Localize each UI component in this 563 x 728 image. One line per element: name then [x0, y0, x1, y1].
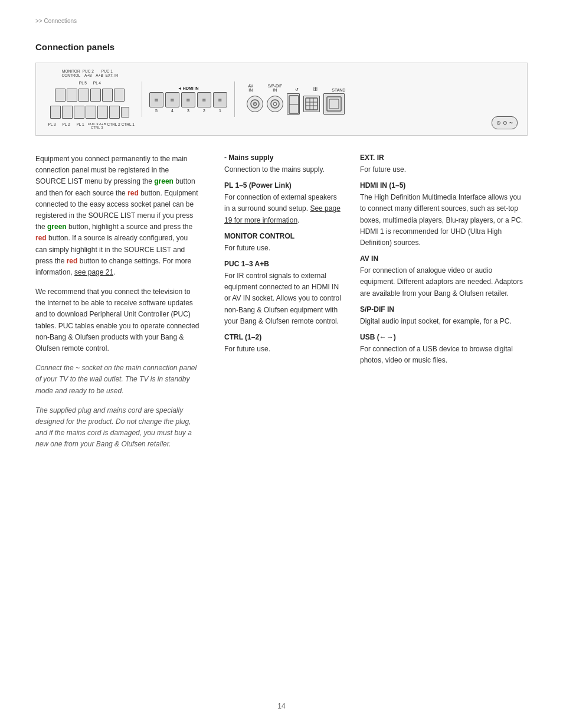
hdmi-section: ◄ HDMI IN ▤ ▤ ▤ ▤ ▤ 5 4 3 2 1	[149, 86, 227, 113]
spdif-body: Digital audio input socket, for example,…	[360, 316, 528, 327]
ctrl-body: For future use.	[224, 344, 342, 355]
av-body: For connection of analogue video or audi…	[360, 265, 528, 299]
hdmi-num-2: 2	[197, 109, 211, 113]
hdmi-port-1: ▤	[213, 92, 227, 107]
spdif-icon	[267, 96, 283, 112]
left-column: Equipment you connect permanently to the…	[35, 154, 201, 459]
term-pl: PL 1–5 (Power Link) For connection of ex…	[224, 181, 342, 226]
port-puc2	[90, 89, 101, 102]
pl-heading: PL 1–5 (Power Link)	[224, 181, 342, 190]
right-panel-icons	[247, 93, 345, 115]
usb-heading: USB (←→)	[360, 333, 528, 341]
connection-diagram: MONITORCONTROL PUC 2A+B PUC 1A+B EXT. IR…	[35, 63, 528, 136]
port-ctrl2	[109, 106, 120, 119]
stand-icon	[323, 93, 345, 115]
term-hdmi: HDMI IN (1–5) The High Definition Multim…	[360, 181, 528, 249]
right-columns: - Mains supply Connection to the mains s…	[224, 154, 528, 459]
hdmi-num-3: 3	[181, 109, 195, 113]
right-panel: AVIN S/P-DIFIN ↺ 昍 STAND	[242, 84, 349, 115]
port-puc1	[102, 89, 113, 102]
hdmi-ports: ▤ ▤ ▤ ▤ ▤	[149, 92, 227, 107]
port-monitor-ctrl	[78, 89, 89, 102]
right-col-1: - Mains supply Connection to the mains s…	[224, 154, 342, 372]
network-icon	[303, 96, 320, 112]
hdmi-label: ◄ HDMI IN	[178, 86, 199, 90]
term-av: AV IN For connection of analogue video o…	[360, 254, 528, 299]
intro-paragraph: Equipment you connect permanently to the…	[35, 154, 201, 278]
puc1-label: PUC 1A+B EXT. IR	[96, 69, 118, 77]
top-labels: MONITORCONTROL PUC 2A+B PUC 1A+B EXT. IR	[61, 69, 118, 77]
mains-icon: ⊙⊙~	[492, 116, 518, 129]
hdmi-num-1: 1	[213, 109, 227, 113]
ext-ir-heading: EXT. IR	[360, 154, 528, 162]
hdmi-port-2: ▤	[197, 92, 211, 107]
divider2	[234, 81, 235, 117]
left-panel-group: MONITORCONTROL PUC 2A+B PUC 1A+B EXT. IR…	[45, 69, 135, 129]
hdmi-nums: 5 4 3 2 1	[149, 109, 227, 113]
monitor-body: For future use.	[224, 243, 342, 254]
network-label-top: 昍	[308, 86, 323, 92]
breadcrumb: >> Connections	[35, 18, 528, 24]
port-pl4	[67, 89, 77, 102]
svg-rect-13	[329, 99, 339, 109]
mains-note: Connect the ~ socket on the main connect…	[35, 363, 201, 397]
usb-icon	[287, 93, 300, 115]
puc2-label: PUC 2A+B	[81, 69, 94, 77]
hdmi-body: The High Definition Multimedia Interface…	[360, 192, 528, 249]
port-ctrl3	[97, 106, 108, 119]
port-puc3	[86, 106, 96, 119]
stand-label-top: STAND	[328, 88, 349, 92]
svg-point-3	[271, 100, 279, 108]
pl-body: For connection of external speakers in a…	[224, 192, 342, 226]
av-in-icon	[247, 96, 263, 112]
port-pl5	[55, 89, 66, 102]
usb-body: For connection of a USB device to browse…	[360, 344, 528, 366]
right-col-2: EXT. IR For future use. HDMI IN (1–5) Th…	[360, 154, 528, 372]
port-pl3	[50, 106, 61, 119]
top-row-labels: PL 5 PL 4	[76, 81, 103, 85]
puc-body: For IR control signals to external equip…	[224, 270, 342, 327]
pl5-label: PL 5	[76, 81, 89, 85]
pl1-label-b: PL 1	[74, 122, 87, 129]
ctrl1-label-b: CTRL 1	[122, 122, 135, 129]
pl4-label: PL 4	[90, 81, 103, 85]
mains-heading: - Mains supply	[224, 154, 342, 162]
svg-point-4	[273, 102, 277, 106]
spdif-heading: S/P-DIF IN	[360, 305, 528, 314]
ctrl-heading: CTRL (1–2)	[224, 333, 342, 341]
pl2-label-b: PL 2	[60, 122, 73, 129]
monitor-heading: MONITOR CONTROL	[224, 232, 342, 240]
hdmi-num-5: 5	[149, 109, 163, 113]
green-text-1: green	[154, 177, 174, 185]
page-number: 14	[0, 702, 563, 710]
hdmi-heading: HDMI IN (1–5)	[360, 181, 528, 190]
section-title: Connection panels	[35, 42, 528, 52]
term-spdif: S/P-DIF IN Digital audio input socket, f…	[360, 305, 528, 327]
svg-rect-7	[306, 98, 317, 110]
pl3-label-b: PL 3	[45, 122, 58, 129]
right-columns-inner: - Mains supply Connection to the mains s…	[224, 154, 528, 372]
port-pl1	[74, 106, 84, 119]
hdmi-num-4: 4	[165, 109, 179, 113]
mains-body: Connection to the mains supply.	[224, 164, 342, 175]
red-text-2: red	[35, 234, 47, 242]
content-area: Equipment you connect permanently to the…	[35, 154, 528, 459]
plug-note: The supplied plug and mains cord are spe…	[35, 405, 201, 450]
puc-heading: PUC 1–3 A+B	[224, 260, 342, 268]
term-monitor: MONITOR CONTROL For future use.	[224, 232, 342, 254]
ports-row	[55, 89, 125, 102]
term-usb: USB (←→) For connection of a USB device …	[360, 333, 528, 366]
hdmi-port-5: ▤	[149, 92, 163, 107]
usb-label-top: ↺	[290, 87, 303, 92]
page19-link[interactable]: See page 19 for more information	[224, 204, 341, 224]
term-ext-ir: EXT. IR For future use.	[360, 154, 528, 175]
right-panel-top-labels: AVIN S/P-DIFIN ↺ 昍 STAND	[242, 84, 349, 92]
hdmi-port-4: ▤	[165, 92, 179, 107]
svg-point-2	[254, 103, 256, 105]
divider1	[142, 81, 142, 117]
av-heading: AV IN	[360, 254, 528, 263]
ports-row2	[50, 106, 129, 119]
page: >> Connections Connection panels MONITOR…	[0, 0, 563, 728]
port-pl2	[62, 106, 73, 119]
page21-link[interactable]: see page 21	[74, 268, 113, 276]
